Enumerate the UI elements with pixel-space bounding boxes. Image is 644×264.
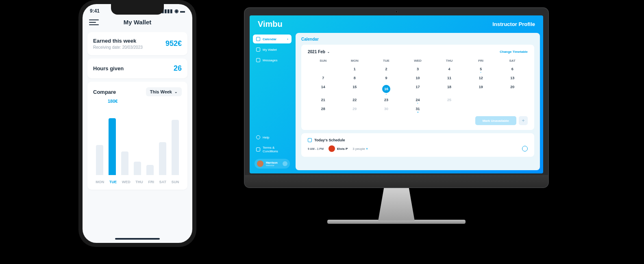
- earned-sub: Receiving date: 20/03/2023: [93, 45, 143, 50]
- schedule-icon: [308, 138, 312, 142]
- calendar-day[interactable]: 2: [371, 65, 402, 73]
- calendar-day[interactable]: 12: [466, 74, 496, 82]
- gear-icon[interactable]: [283, 161, 287, 166]
- imac-stand: [368, 188, 425, 221]
- calendar-day[interactable]: 7: [308, 74, 339, 82]
- sidebar-item-label: Messages: [263, 58, 277, 62]
- chart-bar[interactable]: [159, 142, 166, 175]
- imac-screen: Vimbu Instructor Profile Calendar My Wal…: [244, 7, 549, 188]
- compare-label: Compare: [93, 89, 116, 95]
- calendar-day[interactable]: 5: [466, 65, 496, 73]
- chevron-down-icon: ⌄: [327, 50, 330, 54]
- calendar-day[interactable]: 18: [434, 83, 465, 95]
- calendar-day[interactable]: 1: [339, 65, 370, 73]
- compare-range-select[interactable]: This Week ⌄: [146, 87, 182, 96]
- calendar-day[interactable]: 14: [308, 83, 339, 95]
- chart-bar[interactable]: [109, 118, 116, 175]
- calendar-day[interactable]: 16: [371, 83, 402, 95]
- app-window: Vimbu Instructor Profile Calendar My Wal…: [250, 15, 543, 173]
- wallet-icon: [256, 48, 260, 52]
- user-name: Harrison: [266, 161, 280, 164]
- calendar-day[interactable]: 31: [402, 105, 433, 113]
- x-label: WED: [122, 180, 131, 184]
- sidebar-item-terms[interactable]: Terms & Conditions: [253, 143, 292, 156]
- calendar-day[interactable]: 9: [371, 74, 402, 82]
- help-icon: [256, 135, 260, 139]
- wifi-icon: ◉: [174, 8, 178, 14]
- main-title: Calendar: [301, 37, 534, 41]
- sidebar-item-label: Help: [263, 136, 269, 139]
- earned-label: Earned this week: [93, 38, 143, 44]
- chart-bar[interactable]: [172, 120, 179, 175]
- sidebar-item-help[interactable]: Help: [253, 133, 292, 142]
- dow-label: WED: [402, 57, 433, 64]
- x-label: THU: [135, 180, 143, 184]
- phone-frame: 9:41 ▮▮▮▮ ◉ ▬ My Wallet Earned this week…: [78, 0, 196, 247]
- app-header: Vimbu Instructor Profile: [250, 15, 543, 33]
- add-button[interactable]: +: [519, 116, 528, 125]
- document-icon: [256, 147, 260, 151]
- dow-label: TUE: [371, 57, 402, 64]
- home-indicator: [115, 238, 160, 240]
- sidebar-item-label: My Wallet: [263, 48, 277, 52]
- dow-label: MON: [339, 57, 370, 64]
- avatar: [329, 145, 335, 152]
- chart-bar[interactable]: [121, 151, 128, 175]
- sidebar-item-label: Terms & Conditions: [263, 146, 288, 153]
- profile-label: Instructor Profile: [492, 21, 535, 27]
- sidebar-item-calendar[interactable]: Calendar: [253, 35, 292, 43]
- calendar-day[interactable]: 3: [402, 65, 433, 73]
- dow-label: THU: [434, 57, 465, 64]
- chart-bar[interactable]: [146, 165, 154, 175]
- sidebar-item-wallet[interactable]: My Wallet: [253, 45, 292, 54]
- calendar-day[interactable]: 20: [497, 83, 528, 95]
- calendar-day[interactable]: 21: [308, 96, 339, 104]
- avatar: [257, 160, 263, 167]
- calendar-day[interactable]: 22: [339, 96, 370, 104]
- month-select[interactable]: 2021 Feb ⌄: [308, 50, 330, 54]
- message-icon[interactable]: [522, 146, 528, 151]
- calendar-day[interactable]: 25: [434, 96, 465, 104]
- calendar-day[interactable]: 17: [402, 83, 433, 95]
- x-label: MON: [96, 180, 104, 184]
- change-timetable-link[interactable]: Change Timetable: [500, 50, 528, 54]
- calendar-day[interactable]: 10: [402, 74, 433, 82]
- sidebar: Calendar My Wallet Messages Help: [253, 33, 292, 170]
- calendar-day[interactable]: 15: [339, 83, 370, 95]
- chart-bar[interactable]: [134, 162, 141, 175]
- dow-label: FRI: [466, 57, 496, 64]
- chart-bar[interactable]: [96, 145, 103, 175]
- schedule-row[interactable]: 9 AM - 1 PM Elvis P 3 people +: [308, 145, 528, 152]
- today-panel: Today's Schedule 9 AM - 1 PM Elvis P 3 p…: [301, 133, 534, 157]
- x-label: SAT: [159, 180, 166, 184]
- sidebar-item-label: Calendar: [263, 37, 276, 41]
- calendar-day[interactable]: 29: [339, 105, 370, 113]
- app-logo: Vimbu: [258, 19, 283, 29]
- status-icons: ▮▮▮▮ ◉ ▬: [161, 8, 185, 14]
- battery-icon: ▬: [180, 8, 185, 14]
- calendar-day[interactable]: 11: [434, 74, 465, 82]
- calendar-day[interactable]: 28: [308, 105, 339, 113]
- user-role: Instructor: [266, 164, 280, 167]
- calendar-day[interactable]: 24: [402, 96, 433, 104]
- mark-unavailable-button[interactable]: Mark Unavailable: [475, 116, 516, 125]
- calendar-icon: [256, 37, 260, 41]
- today-title: Today's Schedule: [314, 138, 345, 142]
- chevron-down-icon: ⌄: [174, 90, 178, 94]
- sidebar-item-messages[interactable]: Messages: [253, 56, 292, 65]
- imac-chin: [245, 175, 548, 187]
- phone-header: My Wallet: [83, 15, 192, 29]
- calendar-day[interactable]: 23: [371, 96, 402, 104]
- calendar-day[interactable]: 19: [466, 83, 496, 95]
- dow-label: SUN: [308, 57, 339, 64]
- hours-value: 26: [174, 64, 182, 73]
- calendar-day[interactable]: 8: [339, 74, 370, 82]
- calendar-day[interactable]: 30: [371, 105, 402, 113]
- calendar-day[interactable]: 4: [434, 65, 465, 73]
- calendar-grid: SUNMONTUEWEDTHUFRISAT1234567891011121314…: [308, 57, 528, 113]
- calendar-panel: 2021 Feb ⌄ Change Timetable SUNMONTUEWED…: [301, 45, 534, 130]
- calendar-day[interactable]: 13: [497, 74, 528, 82]
- calendar-day[interactable]: 6: [497, 65, 528, 73]
- camera-icon: [395, 11, 398, 13]
- sidebar-user[interactable]: Harrison Instructor: [255, 159, 290, 169]
